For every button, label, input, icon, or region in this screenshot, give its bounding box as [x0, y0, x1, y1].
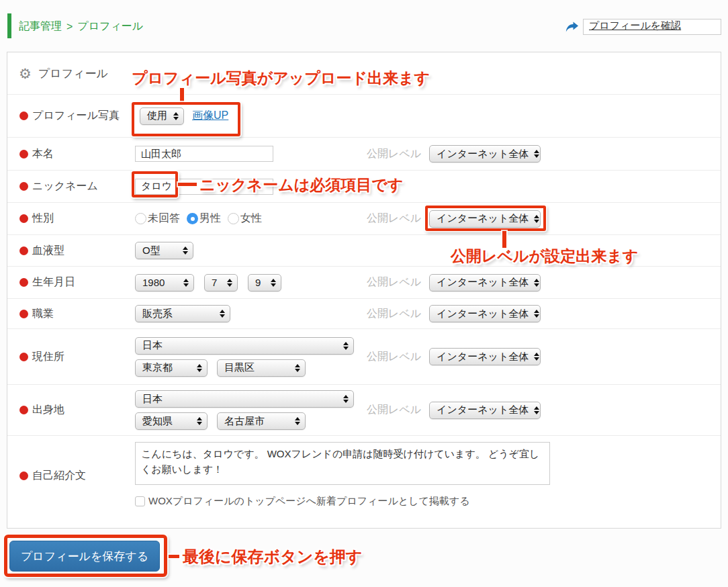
address-pref-value: 東京都 — [142, 361, 173, 374]
gear-icon: ⚙ — [19, 66, 32, 81]
occupation-value: 販売系 — [142, 308, 173, 320]
save-profile-button[interactable]: プロフィールを保存する — [9, 541, 160, 572]
breadcrumb-section[interactable]: 記事管理 — [19, 19, 62, 34]
publish-level-select-gender[interactable]: インターネット全体 — [429, 210, 541, 228]
publish-group-gender: 公開レベル インターネット全体 — [367, 210, 541, 228]
required-bullet-icon — [19, 150, 28, 159]
birth-controls: 1980 7 9 — [135, 274, 367, 291]
breadcrumb-current: プロフィール — [77, 19, 143, 34]
field-label-birth: 生年月日 — [19, 275, 135, 289]
publish-level-label: 公開レベル — [367, 275, 421, 289]
gender-radio-unanswered[interactable]: 未回答 — [135, 212, 180, 226]
gender-radio-male[interactable]: 男性 — [187, 212, 221, 226]
field-label-hometown: 出身地 — [19, 403, 135, 417]
updown-arrows-icon — [534, 150, 539, 158]
publish-level-select-address[interactable]: インターネット全体 — [429, 348, 541, 365]
nickname-input[interactable] — [135, 179, 273, 195]
birth-year-value: 1980 — [142, 277, 165, 288]
updown-arrows-icon — [343, 342, 349, 350]
occupation-select[interactable]: 販売系 — [135, 305, 230, 322]
birth-day-value: 9 — [255, 277, 261, 288]
annotation-save-button: 最後に保存ボタンを押す — [183, 546, 362, 568]
address-city-value: 目黒区 — [224, 361, 255, 374]
field-label-name: 本名 — [19, 147, 135, 161]
bio-controls: こんにちは、タロウです。 WOXフレンドの申請は随時受け付けています。 どうぞ宜… — [135, 442, 550, 508]
panel-title-text: プロフィール — [38, 66, 108, 81]
row-profile-photo: プロフィール写真 使用 画像UP — [7, 94, 721, 137]
publish-level-select-name[interactable]: インターネット全体 — [429, 145, 541, 163]
real-name-input[interactable] — [135, 146, 273, 162]
address-sub-row: 東京都 目黒区 — [135, 359, 306, 377]
publish-group-job: 公開レベル インターネット全体 — [367, 305, 541, 322]
publish-group-name: 公開レベル インターネット全体 — [367, 145, 541, 163]
birth-month-select[interactable]: 7 — [204, 274, 238, 291]
updown-arrows-icon — [534, 215, 539, 223]
field-label-text: 本名 — [32, 147, 54, 161]
updown-arrows-icon — [197, 417, 202, 425]
address-city-select[interactable]: 目黒区 — [217, 359, 306, 377]
breadcrumb: 記事管理 > プロフィール — [19, 19, 143, 34]
hometown-controls: 日本 愛知県 名古屋市 — [135, 390, 367, 430]
blood-type-value: O型 — [142, 244, 161, 257]
publish-level-select-birth[interactable]: インターネット全体 — [429, 274, 541, 291]
name-controls — [135, 146, 367, 162]
profile-check-link[interactable]: プロフィールを確認 — [565, 19, 721, 35]
field-label-text: 血液型 — [32, 244, 64, 258]
updown-arrows-icon — [534, 406, 539, 414]
connector-save-dash — [169, 555, 179, 558]
hometown-country-select[interactable]: 日本 — [135, 390, 354, 408]
radio-icon — [228, 213, 239, 224]
field-label-text: プロフィール写真 — [32, 109, 120, 123]
row-nickname: ニックネーム — [7, 170, 721, 202]
birth-month-value: 7 — [212, 277, 217, 288]
redirect-arrow-icon — [565, 21, 579, 33]
required-bullet-icon — [19, 111, 28, 120]
hometown-country-value: 日本 — [142, 393, 163, 406]
radio-label: 未回答 — [148, 212, 180, 226]
updown-arrows-icon — [295, 417, 300, 425]
field-label-address: 現住所 — [19, 350, 135, 364]
radio-checked-icon — [187, 213, 198, 224]
new-profile-checkbox[interactable] — [135, 496, 145, 506]
photo-use-value: 使用 — [147, 109, 167, 122]
bio-textarea[interactable]: こんにちは、タロウです。 WOXフレンドの申請は随時受け付けています。 どうぞ宜… — [135, 442, 550, 485]
row-occupation: 職業 販売系 公開レベル インターネット全体 — [7, 298, 721, 328]
field-label-nickname: ニックネーム — [19, 179, 135, 193]
new-profile-checkbox-line: WOXプロフィールのトップページへ新着プロフィールとして掲載する — [135, 495, 550, 508]
gender-radio-female[interactable]: 女性 — [228, 212, 262, 226]
updown-arrows-icon — [220, 310, 225, 318]
photo-use-select[interactable]: 使用 — [140, 107, 184, 125]
birth-year-select[interactable]: 1980 — [135, 274, 194, 291]
address-pref-select[interactable]: 東京都 — [135, 359, 208, 377]
birth-day-select[interactable]: 9 — [248, 274, 281, 291]
updown-arrows-icon — [534, 353, 539, 361]
hometown-city-select[interactable]: 名古屋市 — [217, 412, 306, 430]
gender-radio-group: 未回答 男性 女性 — [135, 212, 262, 226]
row-bio: 自己紹介文 こんにちは、タロウです。 WOXフレンドの申請は随時受け付けています… — [7, 435, 721, 528]
updown-arrows-icon — [227, 279, 232, 287]
publish-level-select-hometown[interactable]: インターネット全体 — [429, 402, 541, 419]
row-current-address: 現住所 日本 東京都 目黒区 — [7, 328, 721, 384]
updown-arrows-icon — [197, 364, 202, 372]
top-bar: 記事管理 > プロフィール プロフィールを確認 — [0, 0, 728, 52]
field-label-job: 職業 — [19, 307, 135, 321]
required-bullet-icon — [19, 246, 28, 255]
profile-settings-page: 記事管理 > プロフィール プロフィールを確認 ⚙ プロフィール プロフィール写… — [0, 0, 728, 587]
publish-level-select-job[interactable]: インターネット全体 — [429, 305, 541, 322]
blood-type-select[interactable]: O型 — [135, 242, 193, 259]
updown-arrows-icon — [534, 279, 539, 287]
field-label-text: 性別 — [32, 212, 54, 226]
required-bullet-icon — [19, 182, 28, 191]
job-controls: 販売系 — [135, 305, 367, 322]
radio-icon — [135, 213, 146, 224]
publish-level-label: 公開レベル — [367, 212, 421, 226]
hometown-pref-select[interactable]: 愛知県 — [135, 412, 208, 430]
publish-level-value: インターネット全体 — [437, 351, 529, 363]
image-upload-link[interactable]: 画像UP — [192, 109, 228, 123]
address-country-select[interactable]: 日本 — [135, 337, 354, 355]
publish-level-label: 公開レベル — [367, 307, 421, 321]
publish-level-value: インターネット全体 — [437, 404, 529, 416]
publish-level-value: インターネット全体 — [437, 212, 529, 225]
row-real-name: 本名 公開レベル インターネット全体 — [7, 137, 721, 170]
publish-level-value: インターネット全体 — [437, 308, 529, 320]
